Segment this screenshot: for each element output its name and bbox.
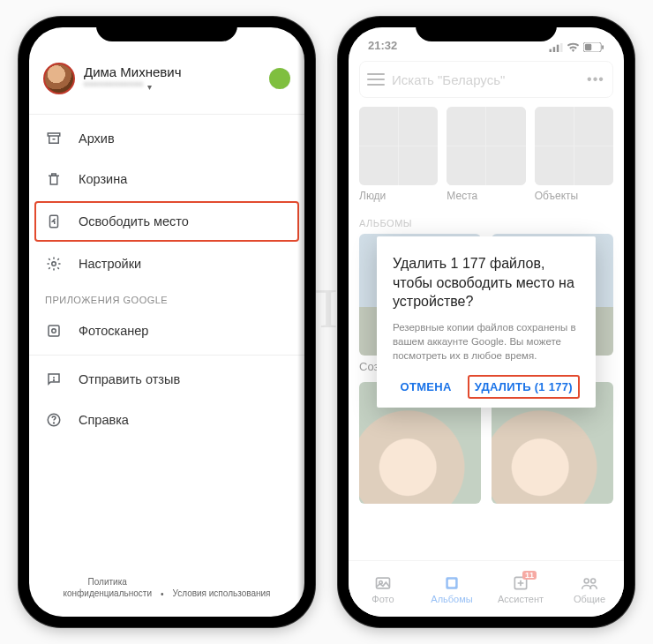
free-space-icon (45, 213, 63, 230)
profile-email[interactable]: ************ ▾ (84, 80, 182, 93)
chevron-down-icon: ▾ (147, 82, 152, 92)
menu-label: Отправить отзыв (79, 372, 180, 386)
confirm-delete-button[interactable]: УДАЛИТЬ (1 177) (468, 375, 580, 399)
footer-links: Политика конфиденциальности • Условия ис… (29, 568, 304, 617)
notch (416, 17, 557, 41)
menu-label: Фотосканер (79, 324, 148, 338)
trash-icon (45, 170, 63, 188)
profile-name: Дима Михневич (84, 64, 182, 79)
svg-point-5 (54, 380, 55, 381)
archive-icon (45, 130, 63, 147)
menu-settings[interactable]: Настройки (29, 243, 304, 284)
svg-point-7 (54, 423, 55, 423)
phone-left: Дима Михневич ************ ▾ (19, 17, 315, 627)
menu-label: Освободить место (79, 214, 189, 228)
privacy-link[interactable]: Политика конфиденциальности (64, 577, 152, 599)
gear-icon (45, 255, 63, 273)
svg-point-4 (52, 329, 56, 333)
svg-rect-3 (49, 326, 59, 336)
sidebar-drawer: Дима Михневич ************ ▾ (29, 27, 304, 617)
confirm-dialog: Удалить 1 177 файлов, чтобы освободить м… (377, 236, 596, 408)
menu-photoscanner[interactable]: Фотосканер (29, 311, 304, 351)
menu-label: Корзина (79, 172, 127, 186)
cancel-button[interactable]: ОТМЕНА (394, 375, 459, 399)
menu-label: Архив (79, 131, 115, 146)
avatar[interactable] (43, 63, 75, 94)
phone-right: 21:32 Искать "Беларусь" ••• (338, 17, 634, 627)
svg-rect-0 (48, 133, 60, 136)
svg-point-2 (52, 262, 56, 266)
section-google-apps: ПРИЛОЖЕНИЯ GOOGLE (29, 284, 304, 311)
menu-free-up-space[interactable]: Освободить место (34, 201, 299, 242)
menu-trash[interactable]: Корзина (29, 159, 304, 199)
notch (96, 17, 237, 41)
menu-archive[interactable]: Архив (29, 118, 304, 159)
scanner-icon (45, 322, 63, 340)
menu-label: Настройки (79, 257, 141, 271)
modal-overlay: Удалить 1 177 файлов, чтобы освободить м… (349, 27, 624, 617)
menu-help[interactable]: Справка (29, 400, 304, 440)
menu-label: Справка (79, 413, 129, 427)
account-switch-icon[interactable] (269, 68, 290, 89)
dialog-title: Удалить 1 177 файлов, чтобы освободить м… (393, 254, 580, 311)
menu-feedback[interactable]: Отправить отзыв (29, 359, 304, 400)
help-icon (45, 411, 63, 429)
dialog-body: Резервные копии файлов сохранены в вашем… (393, 320, 580, 363)
feedback-icon (45, 371, 63, 388)
terms-link[interactable]: Условия использования (173, 588, 271, 600)
